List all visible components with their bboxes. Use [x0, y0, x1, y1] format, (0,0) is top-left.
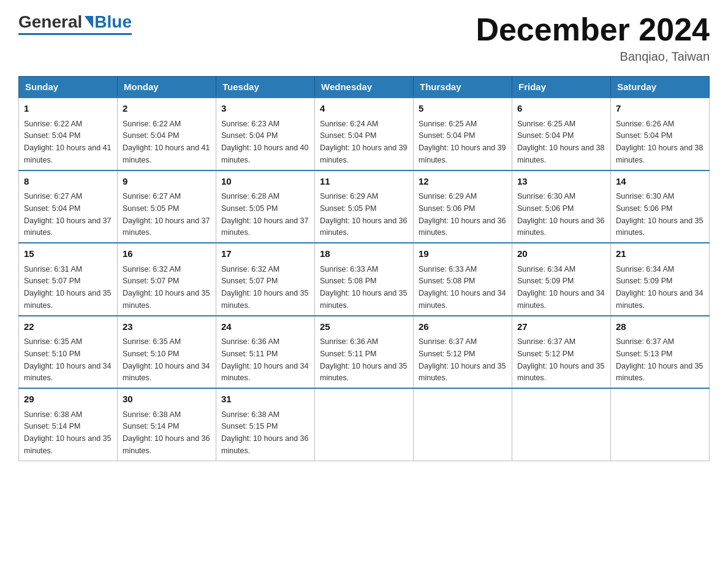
- day-detail: Sunrise: 6:32 AMSunset: 5:07 PMDaylight:…: [123, 265, 210, 310]
- day-cell-28: 28 Sunrise: 6:37 AMSunset: 5:13 PMDaylig…: [611, 316, 710, 389]
- week-row-5: 29 Sunrise: 6:38 AMSunset: 5:14 PMDaylig…: [19, 388, 710, 461]
- empty-cell-w4-d4: [414, 388, 512, 461]
- day-number: 18: [320, 247, 408, 261]
- day-number: 10: [221, 175, 309, 189]
- day-cell-14: 14 Sunrise: 6:30 AMSunset: 5:06 PMDaylig…: [611, 170, 710, 243]
- day-detail: Sunrise: 6:34 AMSunset: 5:09 PMDaylight:…: [517, 265, 604, 310]
- col-friday: Friday: [512, 77, 611, 98]
- day-number: 2: [123, 102, 211, 116]
- day-cell-2: 2 Sunrise: 6:22 AMSunset: 5:04 PMDayligh…: [118, 98, 216, 170]
- day-detail: Sunrise: 6:25 AMSunset: 5:04 PMDaylight:…: [419, 120, 506, 164]
- logo: General Blue: [18, 12, 132, 35]
- day-detail: Sunrise: 6:29 AMSunset: 5:05 PMDaylight:…: [320, 192, 407, 237]
- day-number: 26: [419, 320, 507, 334]
- day-cell-21: 21 Sunrise: 6:34 AMSunset: 5:09 PMDaylig…: [611, 243, 710, 316]
- day-number: 23: [123, 320, 211, 334]
- day-cell-20: 20 Sunrise: 6:34 AMSunset: 5:09 PMDaylig…: [512, 243, 611, 316]
- day-number: 20: [517, 247, 605, 261]
- day-detail: Sunrise: 6:37 AMSunset: 5:12 PMDaylight:…: [419, 337, 506, 382]
- day-number: 24: [221, 320, 309, 334]
- day-cell-7: 7 Sunrise: 6:26 AMSunset: 5:04 PMDayligh…: [611, 98, 710, 170]
- day-cell-17: 17 Sunrise: 6:32 AMSunset: 5:07 PMDaylig…: [216, 243, 315, 316]
- day-cell-5: 5 Sunrise: 6:25 AMSunset: 5:04 PMDayligh…: [414, 98, 512, 170]
- logo-underline: [18, 33, 132, 35]
- day-detail: Sunrise: 6:36 AMSunset: 5:11 PMDaylight:…: [320, 337, 407, 382]
- day-cell-19: 19 Sunrise: 6:33 AMSunset: 5:08 PMDaylig…: [414, 243, 512, 316]
- day-cell-23: 23 Sunrise: 6:35 AMSunset: 5:10 PMDaylig…: [118, 316, 216, 389]
- day-cell-11: 11 Sunrise: 6:29 AMSunset: 5:05 PMDaylig…: [315, 170, 414, 243]
- day-number: 28: [616, 320, 704, 334]
- day-cell-22: 22 Sunrise: 6:35 AMSunset: 5:10 PMDaylig…: [19, 316, 118, 389]
- day-cell-9: 9 Sunrise: 6:27 AMSunset: 5:05 PMDayligh…: [118, 170, 216, 243]
- day-detail: Sunrise: 6:35 AMSunset: 5:10 PMDaylight:…: [24, 337, 111, 382]
- day-number: 13: [517, 175, 605, 189]
- logo-general-text: General: [18, 12, 82, 32]
- day-detail: Sunrise: 6:38 AMSunset: 5:15 PMDaylight:…: [221, 410, 308, 455]
- day-cell-12: 12 Sunrise: 6:29 AMSunset: 5:06 PMDaylig…: [414, 170, 512, 243]
- day-number: 16: [123, 247, 211, 261]
- day-detail: Sunrise: 6:34 AMSunset: 5:09 PMDaylight:…: [616, 265, 703, 310]
- day-number: 15: [24, 247, 112, 261]
- day-cell-27: 27 Sunrise: 6:37 AMSunset: 5:12 PMDaylig…: [512, 316, 611, 389]
- day-detail: Sunrise: 6:37 AMSunset: 5:12 PMDaylight:…: [517, 337, 604, 382]
- week-row-3: 15 Sunrise: 6:31 AMSunset: 5:07 PMDaylig…: [19, 243, 710, 316]
- calendar-header-row: Sunday Monday Tuesday Wednesday Thursday…: [19, 77, 710, 98]
- day-detail: Sunrise: 6:31 AMSunset: 5:07 PMDaylight:…: [24, 265, 111, 310]
- day-cell-31: 31 Sunrise: 6:38 AMSunset: 5:15 PMDaylig…: [216, 388, 315, 461]
- day-cell-8: 8 Sunrise: 6:27 AMSunset: 5:04 PMDayligh…: [19, 170, 118, 243]
- day-detail: Sunrise: 6:28 AMSunset: 5:05 PMDaylight:…: [221, 192, 308, 237]
- calendar-table: Sunday Monday Tuesday Wednesday Thursday…: [18, 76, 710, 461]
- day-detail: Sunrise: 6:30 AMSunset: 5:06 PMDaylight:…: [616, 192, 703, 237]
- day-detail: Sunrise: 6:26 AMSunset: 5:04 PMDaylight:…: [616, 120, 703, 164]
- week-row-4: 22 Sunrise: 6:35 AMSunset: 5:10 PMDaylig…: [19, 316, 710, 389]
- day-number: 17: [221, 247, 309, 261]
- month-title: December 2024: [476, 12, 710, 47]
- page-header: General Blue December 2024 Banqiao, Taiw…: [18, 12, 710, 64]
- day-detail: Sunrise: 6:37 AMSunset: 5:13 PMDaylight:…: [616, 337, 703, 382]
- location-subtitle: Banqiao, Taiwan: [476, 50, 710, 64]
- day-cell-25: 25 Sunrise: 6:36 AMSunset: 5:11 PMDaylig…: [315, 316, 414, 389]
- day-detail: Sunrise: 6:38 AMSunset: 5:14 PMDaylight:…: [123, 410, 210, 455]
- day-detail: Sunrise: 6:35 AMSunset: 5:10 PMDaylight:…: [123, 337, 210, 382]
- day-cell-29: 29 Sunrise: 6:38 AMSunset: 5:14 PMDaylig…: [19, 388, 118, 461]
- day-cell-24: 24 Sunrise: 6:36 AMSunset: 5:11 PMDaylig…: [216, 316, 315, 389]
- day-cell-16: 16 Sunrise: 6:32 AMSunset: 5:07 PMDaylig…: [118, 243, 216, 316]
- day-cell-18: 18 Sunrise: 6:33 AMSunset: 5:08 PMDaylig…: [315, 243, 414, 316]
- day-number: 5: [419, 102, 507, 116]
- week-row-2: 8 Sunrise: 6:27 AMSunset: 5:04 PMDayligh…: [19, 170, 710, 243]
- day-detail: Sunrise: 6:32 AMSunset: 5:07 PMDaylight:…: [221, 265, 308, 310]
- day-cell-4: 4 Sunrise: 6:24 AMSunset: 5:04 PMDayligh…: [315, 98, 414, 170]
- day-cell-1: 1 Sunrise: 6:22 AMSunset: 5:04 PMDayligh…: [19, 98, 118, 170]
- day-detail: Sunrise: 6:22 AMSunset: 5:04 PMDaylight:…: [24, 120, 111, 164]
- empty-cell-w4-d6: [611, 388, 710, 461]
- week-row-1: 1 Sunrise: 6:22 AMSunset: 5:04 PMDayligh…: [19, 98, 710, 170]
- day-number: 11: [320, 175, 408, 189]
- col-monday: Monday: [118, 77, 216, 98]
- day-detail: Sunrise: 6:33 AMSunset: 5:08 PMDaylight:…: [419, 265, 506, 310]
- day-number: 1: [24, 102, 112, 116]
- day-detail: Sunrise: 6:27 AMSunset: 5:05 PMDaylight:…: [123, 192, 210, 237]
- day-detail: Sunrise: 6:36 AMSunset: 5:11 PMDaylight:…: [221, 337, 308, 382]
- empty-cell-w4-d5: [512, 388, 611, 461]
- title-area: December 2024 Banqiao, Taiwan: [476, 12, 710, 64]
- day-detail: Sunrise: 6:24 AMSunset: 5:04 PMDaylight:…: [320, 120, 407, 164]
- day-number: 25: [320, 320, 408, 334]
- day-cell-30: 30 Sunrise: 6:38 AMSunset: 5:14 PMDaylig…: [118, 388, 216, 461]
- day-number: 31: [221, 393, 309, 407]
- day-number: 4: [320, 102, 408, 116]
- day-cell-3: 3 Sunrise: 6:23 AMSunset: 5:04 PMDayligh…: [216, 98, 315, 170]
- day-number: 9: [123, 175, 211, 189]
- day-detail: Sunrise: 6:22 AMSunset: 5:04 PMDaylight:…: [123, 120, 210, 164]
- col-wednesday: Wednesday: [315, 77, 414, 98]
- day-number: 14: [616, 175, 704, 189]
- day-number: 12: [419, 175, 507, 189]
- day-detail: Sunrise: 6:29 AMSunset: 5:06 PMDaylight:…: [419, 192, 506, 237]
- day-detail: Sunrise: 6:33 AMSunset: 5:08 PMDaylight:…: [320, 265, 407, 310]
- day-detail: Sunrise: 6:25 AMSunset: 5:04 PMDaylight:…: [517, 120, 604, 164]
- day-cell-13: 13 Sunrise: 6:30 AMSunset: 5:06 PMDaylig…: [512, 170, 611, 243]
- day-number: 30: [123, 393, 211, 407]
- day-number: 6: [517, 102, 605, 116]
- day-detail: Sunrise: 6:30 AMSunset: 5:06 PMDaylight:…: [517, 192, 604, 237]
- day-detail: Sunrise: 6:38 AMSunset: 5:14 PMDaylight:…: [24, 410, 111, 455]
- day-number: 29: [24, 393, 112, 407]
